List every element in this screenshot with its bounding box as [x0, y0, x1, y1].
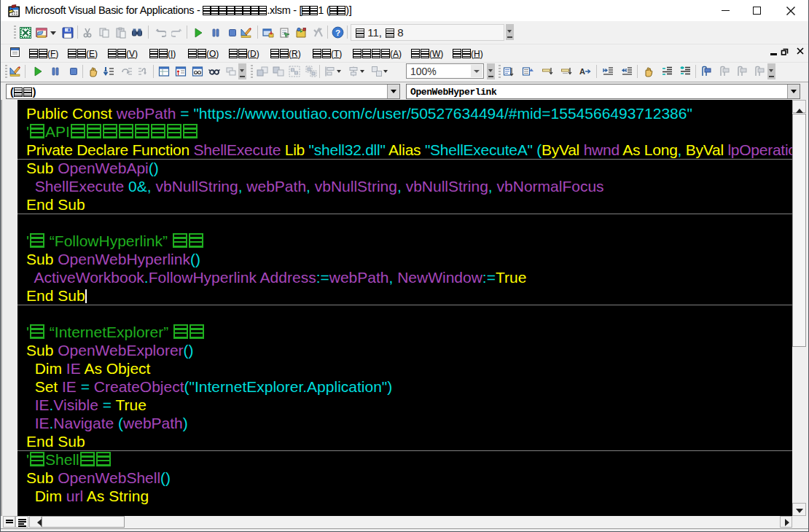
- svg-text:A: A: [579, 67, 585, 76]
- svg-text:?: ?: [335, 28, 340, 37]
